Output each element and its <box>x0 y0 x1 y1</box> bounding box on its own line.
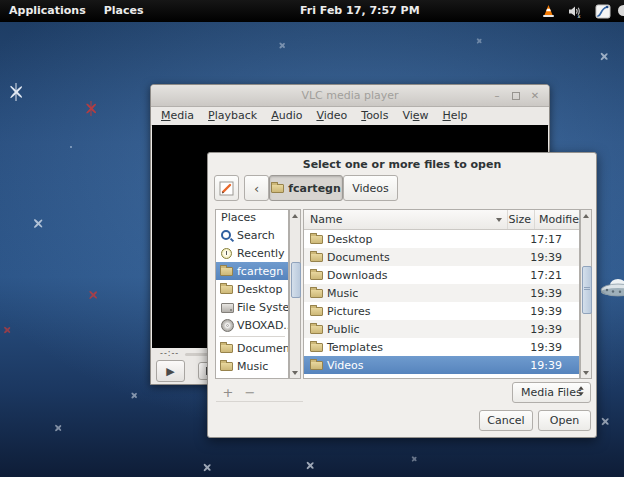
close-icon[interactable]: ✕ <box>529 91 541 101</box>
cancel-button[interactable]: Cancel <box>479 410 533 431</box>
star-sparkle <box>3 326 11 334</box>
open-button[interactable]: Open <box>538 410 591 431</box>
file-modified: 19:39 <box>504 287 579 300</box>
file-list-scrollbar[interactable] <box>580 209 592 379</box>
cropped-tray-icon <box>618 5 624 16</box>
star-sparkle <box>130 392 137 399</box>
footer-separator <box>216 401 303 402</box>
filter-value: Media Files <box>521 386 582 399</box>
sidebar-item-file-system[interactable]: File System <box>216 298 288 316</box>
spaceship-wallpaper-art <box>599 276 624 303</box>
menu-playback[interactable]: Playback <box>201 107 264 125</box>
file-modified: 19:39 <box>504 341 579 354</box>
menu-help[interactable]: Help <box>436 107 475 125</box>
table-row[interactable]: Templates 19:39 <box>304 338 579 356</box>
places-sidebar: Places Search Recently U... fcartegn Des… <box>215 209 289 379</box>
table-row[interactable]: Music 19:39 <box>304 284 579 302</box>
type-filename-button[interactable] <box>214 175 239 201</box>
play-button[interactable]: ▶ <box>156 360 185 382</box>
applications-menu[interactable]: Applications <box>0 0 95 22</box>
scroll-up-icon[interactable] <box>290 210 300 221</box>
back-button[interactable]: ‹ <box>244 175 269 201</box>
table-row[interactable]: Desktop 17:17 <box>304 230 579 248</box>
sidebar-item-home[interactable]: fcartegn <box>216 262 288 280</box>
column-header-name[interactable]: Name <box>304 210 507 229</box>
menu-view[interactable]: View <box>395 107 435 125</box>
file-name: Templates <box>323 341 504 354</box>
sidebar-item-music[interactable]: Music <box>216 357 288 375</box>
star-dot <box>70 146 72 148</box>
sidebar-item-label: Recently U... <box>237 247 288 260</box>
menu-media[interactable]: Media <box>154 107 201 125</box>
star-sparkle <box>411 456 417 462</box>
file-modified: 19:39 <box>504 251 579 264</box>
scroll-up-icon[interactable] <box>581 210 591 221</box>
vlc-cone-icon[interactable] <box>542 4 555 18</box>
folder-icon <box>220 344 233 353</box>
tablet-input-icon[interactable] <box>595 4 611 19</box>
menu-tools[interactable]: Tools <box>354 107 395 125</box>
file-type-filter-dropdown[interactable]: Media Files <box>512 382 591 403</box>
remove-bookmark-button[interactable]: − <box>240 385 260 400</box>
scrollbar-thumb[interactable] <box>291 262 301 298</box>
add-bookmark-button[interactable]: + <box>218 385 238 400</box>
column-header-modified[interactable]: Modified <box>534 210 579 229</box>
sidebar-item-label: Desktop <box>237 283 282 296</box>
breadcrumb-label: fcartegn <box>288 182 341 195</box>
volume-icon[interactable]: x <box>568 5 582 18</box>
vlc-window-title: VLC media player <box>301 89 398 102</box>
file-modified: 19:39 <box>504 305 579 318</box>
column-header-size[interactable]: Size <box>507 210 534 229</box>
star-sparkle <box>84 102 97 115</box>
sidebar-item-label: VBOXAD... <box>237 319 288 332</box>
menu-video[interactable]: Video <box>309 107 354 125</box>
file-name: Music <box>323 287 504 300</box>
column-label: Name <box>310 210 342 229</box>
scroll-down-icon[interactable] <box>290 367 300 378</box>
drive-icon <box>220 301 233 313</box>
table-row-selected[interactable]: Videos 19:39 <box>304 356 579 374</box>
sidebar-scrollbar[interactable] <box>289 209 301 379</box>
sidebar-item-label: fcartegn <box>237 265 283 278</box>
file-name: Desktop <box>323 233 504 246</box>
clock-icon <box>220 247 233 259</box>
minimize-icon[interactable]: – <box>491 91 503 101</box>
breadcrumb-videos[interactable]: Videos <box>343 175 398 201</box>
vlc-titlebar[interactable]: VLC media player – ✕ <box>151 85 549 107</box>
table-row[interactable]: Pictures 19:39 <box>304 302 579 320</box>
sort-indicator-icon <box>496 218 502 222</box>
system-tray: x <box>542 0 624 22</box>
scrollbar-thumb[interactable] <box>582 266 592 314</box>
dialog-title: Select one or more files to open <box>208 153 596 171</box>
menu-audio[interactable]: Audio <box>264 107 309 125</box>
sidebar-item-search[interactable]: Search <box>216 226 288 244</box>
file-modified: 17:17 <box>504 233 579 246</box>
sidebar-item-desktop[interactable]: Desktop <box>216 280 288 298</box>
folder-icon <box>271 184 284 193</box>
maximize-icon[interactable] <box>512 92 520 100</box>
table-row[interactable]: Public 19:39 <box>304 320 579 338</box>
places-menu[interactable]: Places <box>95 0 153 22</box>
file-name: Pictures <box>323 305 504 318</box>
places-header: Places <box>216 210 288 226</box>
home-folder-icon <box>220 267 233 276</box>
star-sparkle <box>599 52 608 61</box>
folder-icon <box>310 325 323 334</box>
scroll-down-icon[interactable] <box>581 367 591 378</box>
pencil-icon <box>219 181 234 196</box>
breadcrumb-home[interactable]: fcartegn <box>269 175 343 201</box>
sidebar-item-vbox-cd[interactable]: VBOXAD... <box>216 316 288 334</box>
folder-icon <box>310 253 323 262</box>
file-modified: 17:21 <box>504 269 579 282</box>
table-row[interactable]: Documents 19:39 <box>304 248 579 266</box>
star-sparkle <box>88 290 98 300</box>
star-sparkle <box>305 461 314 470</box>
disc-icon <box>220 319 233 331</box>
panel-clock[interactable]: Fri Feb 17, 7:57 PM <box>300 0 420 22</box>
table-row[interactable]: Downloads 17:21 <box>304 266 579 284</box>
vlc-menubar: Media Playback Audio Video Tools View He… <box>151 107 549 126</box>
sidebar-item-recently-used[interactable]: Recently U... <box>216 244 288 262</box>
file-modified: 19:39 <box>504 359 579 372</box>
sidebar-item-documents[interactable]: Documents <box>216 339 288 357</box>
sidebar-item-label: Music <box>237 360 268 373</box>
